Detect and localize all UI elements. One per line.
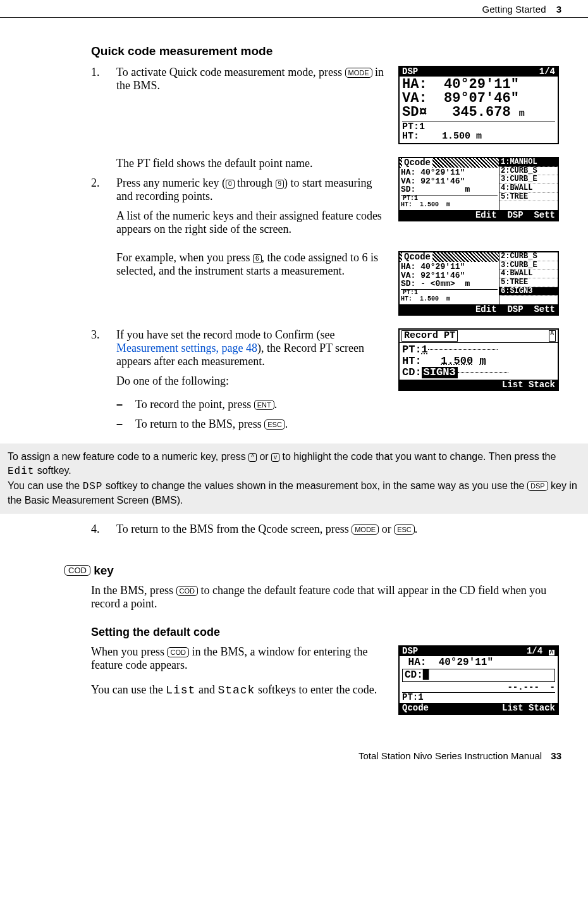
qcode-menu-item: 5:TREE	[499, 193, 558, 202]
header-chapter: 3	[556, 4, 561, 15]
qcode-menu-item: 5:TREE	[499, 278, 558, 287]
step-3: 3. If you have set the record mode to Co…	[91, 328, 387, 394]
footer-manual: Total Station Nivo Series Instruction Ma…	[358, 750, 542, 761]
heading-quick-code: Quick code measurement mode	[91, 44, 561, 58]
six-key: 6	[253, 254, 262, 263]
up-key: ^	[248, 453, 257, 462]
lcd-screen-cod: DSP 1/4 A HA: 40°29'11" CD:█ --.--- - PT…	[398, 645, 559, 715]
esc-key: ESC	[264, 419, 285, 430]
lcd-screen-dsp: DSP 1/4 HA: 40°29'11" VA: 89°07'46" SD¤ …	[398, 66, 559, 144]
qcode-menu-item: 3:CURB_E	[499, 261, 558, 270]
lcd-screen-record-pt: Record PT A PT:1 HT: 1.500 m CD:SIGN3 Li…	[398, 328, 559, 391]
step-2: 2. Press any numeric key (0 through 9) t…	[91, 177, 387, 242]
cod-key: COD	[176, 586, 198, 596]
lcd-screen-qcode-2: Qcode HA: 40°29'11" VA: 92°11'46" SD: - …	[398, 251, 559, 316]
note-box: To assign a new feature code to a numeri…	[0, 444, 588, 513]
link-measurement-settings[interactable]: Measurement settings, page 48	[116, 342, 257, 354]
cod-key-label: COD	[64, 565, 90, 576]
qcode-menu-item: 2:CURB_S	[499, 167, 558, 176]
mode-key: MODE	[345, 68, 372, 78]
qcode-menu-item: 4:BWALL	[499, 270, 558, 278]
running-header: Getting Started 3	[0, 0, 588, 18]
esc-key: ESC	[394, 524, 415, 535]
step-4: 4. To return to the BMS from the Qcode s…	[91, 523, 561, 542]
step-1: 1. To activate Quick code measurement mo…	[91, 66, 387, 99]
alpha-indicator: A	[549, 330, 556, 342]
page-footer: Total Station Nivo Series Instruction Ma…	[0, 728, 588, 769]
qcode-menu-item: 2:CURB_S	[499, 252, 558, 261]
zero-key: 0	[226, 180, 235, 189]
footer-page: 33	[551, 750, 561, 761]
nine-key: 9	[276, 180, 285, 189]
dash-item: –To record the point, press ENT.	[116, 398, 387, 411]
dsp-key: DSP	[527, 481, 548, 491]
heading-setting-default: Setting the default code	[91, 626, 561, 639]
down-key: v	[271, 453, 279, 462]
pt-field-para: The PT field shows the default point nam…	[116, 157, 387, 170]
ent-key: ENT	[254, 400, 274, 410]
cod-key: COD	[167, 647, 188, 657]
qcode-menu-item: 6:SIGN3	[499, 287, 558, 296]
header-section: Getting Started	[482, 4, 546, 15]
mode-key: MODE	[352, 524, 379, 535]
qcode-menu-item: 1:MANHOL	[499, 158, 558, 167]
heading-cod-key: COD key	[64, 564, 561, 578]
lcd-screen-qcode-1: Qcode HA: 40°29'11" VA: 92°11'46" SD: m …	[398, 157, 559, 221]
qcode-menu-item: 4:BWALL	[499, 184, 558, 193]
qcode-menu-item: 3:CURB_E	[499, 175, 558, 184]
alpha-indicator: A	[548, 649, 555, 656]
dash-item: –To return to the BMS, press ESC.	[116, 418, 387, 431]
